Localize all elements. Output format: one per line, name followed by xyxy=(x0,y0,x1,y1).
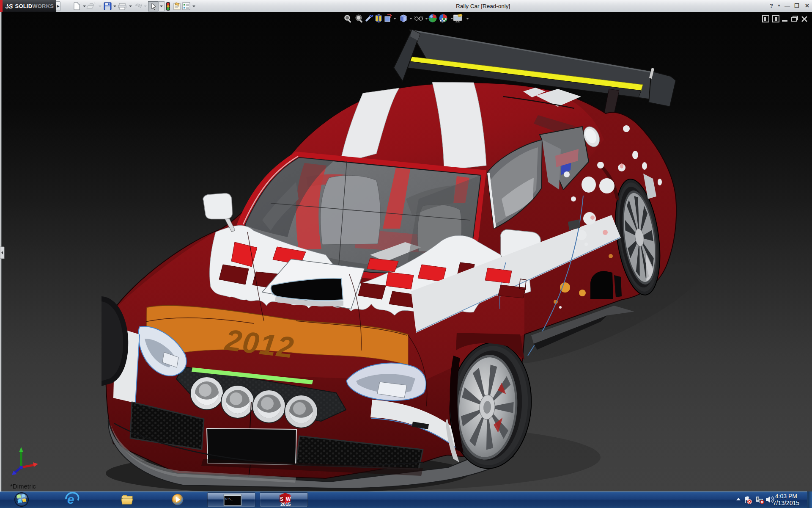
svg-text:W: W xyxy=(286,496,291,502)
svg-text:C:\_: C:\_ xyxy=(225,497,233,501)
svg-text:2015: 2015 xyxy=(280,502,291,507)
svg-text:S: S xyxy=(280,496,283,502)
